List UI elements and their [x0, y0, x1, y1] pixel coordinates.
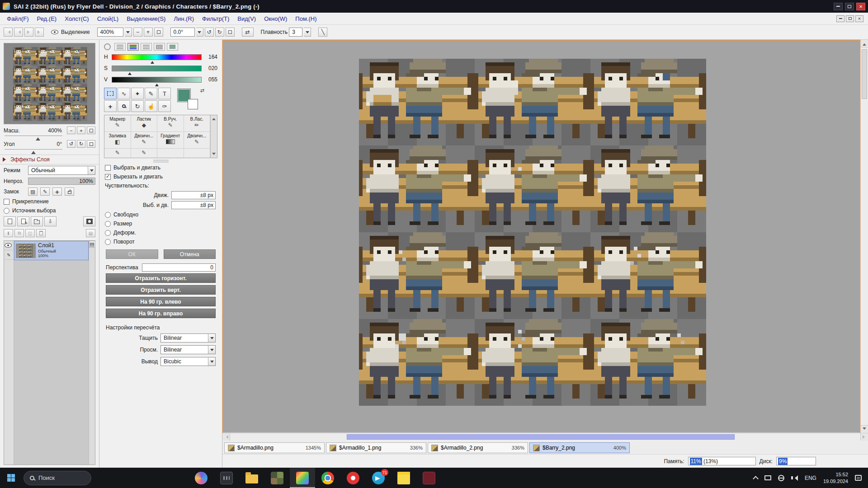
- taskbar-pixel-app[interactable]: [264, 468, 290, 488]
- zoom-combo[interactable]: 400%: [97, 28, 123, 37]
- duplicate-layer-button[interactable]: ⧉: [14, 229, 24, 237]
- scroll-right-button[interactable]: [860, 433, 868, 441]
- doc-close-button[interactable]: ×: [855, 15, 863, 22]
- taskbar-dark-app[interactable]: [214, 468, 239, 488]
- rotate-cw-button[interactable]: ↻: [215, 28, 224, 37]
- scale-slider-thumb[interactable]: [36, 135, 40, 141]
- tool-palette-scrollbar[interactable]: [210, 115, 217, 158]
- dropdown-button[interactable]: [88, 166, 95, 174]
- color-mode-hsv-button[interactable]: [141, 43, 152, 51]
- tool-watercolor-lasso[interactable]: В.Лас.✏: [184, 115, 211, 132]
- zoom-dropdown-button[interactable]: [125, 28, 132, 37]
- text-tool[interactable]: T: [158, 88, 171, 99]
- color-mode-swatch-button[interactable]: [167, 43, 178, 51]
- select-sensitivity-input[interactable]: ±8 px: [171, 201, 216, 209]
- menu-layer[interactable]: Слой(L): [93, 14, 123, 24]
- layer-panel-options-button[interactable]: ▤: [86, 229, 95, 237]
- tool-binary-eraser[interactable]: Двоичн...✎: [184, 132, 211, 149]
- dropdown-button[interactable]: [208, 334, 215, 342]
- network-icon[interactable]: [778, 475, 784, 481]
- cut-move-checkbox[interactable]: [105, 174, 111, 180]
- angle-reset-button[interactable]: [226, 28, 235, 37]
- taskbar-darkred-app[interactable]: [416, 468, 442, 488]
- rotate-radio[interactable]: [105, 239, 111, 245]
- tool-extra-4[interactable]: [184, 149, 211, 158]
- volume-icon[interactable]: [791, 475, 798, 481]
- delete-layer-button[interactable]: [36, 229, 46, 237]
- scroll-up-icon[interactable]: [212, 116, 216, 120]
- secondary-color-swatch[interactable]: [188, 99, 198, 109]
- scroll-left-button[interactable]: [222, 433, 230, 441]
- tool-extra-3[interactable]: [157, 149, 184, 158]
- smoothing-value[interactable]: 3: [289, 28, 302, 37]
- layers-scrollbar[interactable]: ▤: [89, 241, 95, 465]
- scale-slider[interactable]: [5, 136, 62, 138]
- tool-watercolor-pen[interactable]: В.Руч.✎: [157, 115, 184, 132]
- nav-zoom-reset-button[interactable]: [87, 127, 95, 134]
- navigator-thumbnail[interactable]: [13, 47, 87, 121]
- taskbar-notes[interactable]: [391, 468, 416, 488]
- dropdown-button[interactable]: [208, 346, 215, 354]
- rotate-90-right-button[interactable]: На 90 гр. вправо: [106, 309, 216, 318]
- taskbar-explorer[interactable]: [239, 468, 264, 488]
- lock-alpha-button[interactable]: ▨: [28, 188, 38, 196]
- deform-radio[interactable]: [105, 230, 111, 236]
- taskbar-search[interactable]: Поиск: [24, 471, 91, 485]
- saturation-slider[interactable]: [112, 66, 202, 71]
- layers-scroll-button[interactable]: ▤: [89, 241, 95, 248]
- menu-file[interactable]: Файл(F): [3, 14, 33, 24]
- menu-edit[interactable]: Ред.(E): [33, 14, 61, 24]
- lasso-tool[interactable]: ∿: [118, 88, 130, 99]
- zoom-tool[interactable]: [118, 100, 130, 112]
- layer-mask-button[interactable]: [83, 216, 95, 226]
- toolbar-back-button[interactable]: [4, 28, 13, 37]
- doc-minimize-button[interactable]: [836, 15, 844, 22]
- menu-view[interactable]: Вид(V): [233, 14, 260, 24]
- toolbar-back2-button[interactable]: [14, 28, 23, 37]
- rect-select-tool[interactable]: [104, 88, 117, 99]
- tool-extra-1[interactable]: ✎: [104, 149, 131, 158]
- nav-zoom-out-button[interactable]: −: [67, 127, 75, 134]
- saturation-slider-thumb[interactable]: [128, 70, 132, 75]
- transfer-layer-button[interactable]: ⇩: [44, 216, 57, 226]
- taskbar-clock[interactable]: 15:52 19.09.2024: [823, 471, 848, 484]
- horizontal-scrollbar[interactable]: [222, 433, 868, 441]
- move-tool[interactable]: +: [104, 100, 117, 112]
- stroke-stabilizer-icon[interactable]: ╲: [318, 28, 327, 37]
- horizontal-scroll-track[interactable]: [230, 433, 860, 441]
- tool-eraser[interactable]: Ластик◆: [131, 115, 158, 132]
- angle-combo[interactable]: 0.0°: [170, 28, 195, 37]
- tool-gradient[interactable]: Градиент: [157, 132, 184, 149]
- tab-armadillo-1[interactable]: $Armadillo_1.png 336%: [326, 442, 426, 453]
- select-move-checkbox[interactable]: [105, 165, 111, 171]
- doc-restore-button[interactable]: [846, 15, 854, 22]
- taskbar-media-app[interactable]: [189, 468, 214, 488]
- language-indicator[interactable]: ENG: [805, 475, 816, 481]
- layer-visibility-toggle[interactable]: [4, 241, 14, 250]
- notification-center-icon[interactable]: [855, 475, 862, 481]
- scroll-up-button[interactable]: [861, 40, 868, 47]
- close-button[interactable]: ×: [856, 3, 865, 10]
- menu-filter[interactable]: Фильтр(T): [198, 14, 233, 24]
- tool-extra-2[interactable]: ✎: [131, 149, 158, 158]
- value-slider[interactable]: [112, 77, 202, 83]
- angle-slider-thumb[interactable]: [31, 149, 36, 154]
- color-mode-rgb-button[interactable]: [127, 43, 139, 51]
- opacity-slider[interactable]: 100%: [28, 178, 95, 185]
- lock-draw-button[interactable]: ✎: [40, 188, 50, 196]
- menu-window[interactable]: Окно(W): [260, 14, 291, 24]
- scroll-down-icon[interactable]: [212, 153, 216, 157]
- vertical-scroll-thumb[interactable]: [862, 49, 867, 99]
- merge-down-button[interactable]: ⬇: [4, 229, 13, 237]
- flip-horizontal-button[interactable]: Отразить горизонт.: [106, 273, 216, 283]
- nav-rotate-ccw-button[interactable]: ↺: [67, 140, 75, 148]
- nav-angle-reset-button[interactable]: [87, 140, 95, 148]
- tool-fill[interactable]: Заливка◧: [104, 132, 131, 149]
- zoom-in-button[interactable]: +: [144, 28, 153, 37]
- panel-resize-handle[interactable]: [153, 160, 169, 162]
- start-button[interactable]: [0, 468, 22, 488]
- layer-effects-header[interactable]: Эффекты Слоя: [0, 155, 99, 164]
- ok-button[interactable]: ОК: [106, 249, 158, 259]
- angle-dropdown-button[interactable]: [196, 28, 203, 37]
- layer-row-selected[interactable]: Слой1 Обычный 100%: [14, 241, 89, 260]
